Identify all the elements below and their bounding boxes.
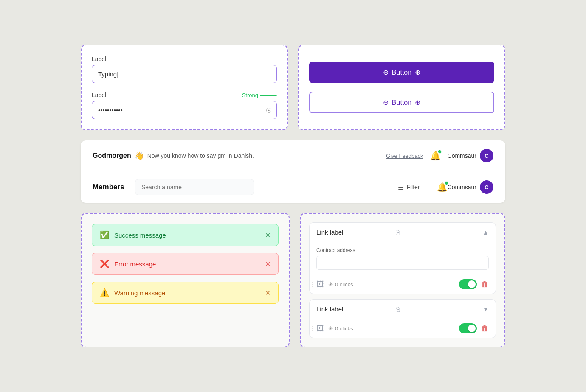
link-card-2-label: Link label [316, 305, 392, 313]
link-card-1: Link label ⎘ ▲ Contract address ⋮⋮ 🖼 ✳ 0… [309, 222, 496, 294]
password-wrapper: ☉ [92, 101, 277, 119]
header-right: Give Feedback 🔔 Commsaur C [386, 149, 493, 162]
toggle-1[interactable] [459, 279, 477, 289]
greeting-text: Now you know how to say gm in Danish. [147, 152, 254, 159]
input-section: Label Label Strong ☉ [81, 45, 288, 130]
alerts-section: ✅ Success message ✕ ❌ Error message ✕ ⚠️… [81, 213, 290, 347]
search-input[interactable] [135, 179, 254, 195]
warning-close-icon[interactable]: ✕ [265, 289, 270, 297]
link-card-1-body: Contract address [310, 242, 496, 275]
primary-button-label: Button [392, 69, 411, 76]
secondary-crosshair-right-icon: ⊕ [415, 98, 420, 106]
user-info[interactable]: Commsaur C [448, 149, 493, 162]
link-card-2-header: Link label ⎘ ▼ [310, 300, 496, 319]
contract-label: Contract address [316, 247, 489, 253]
cursor-icon-2: ✳ [328, 325, 333, 332]
copy-icon-2[interactable]: ⎘ [396, 305, 400, 313]
notification-bell[interactable]: 🔔 [430, 151, 441, 161]
user-name-2: Commsaur [448, 184, 476, 190]
warning-icon: ⚠️ [100, 288, 109, 297]
click-count-2: ✳ 0 clicks [328, 325, 353, 332]
toggle-2[interactable] [459, 323, 477, 333]
text-field-label: Label [92, 56, 277, 62]
crosshair-left-icon: ⊕ [383, 68, 389, 76]
success-text: Success message [114, 232, 260, 239]
password-field-group: Label Strong ☉ [92, 92, 277, 119]
delete-icon-1[interactable]: 🗑 [481, 280, 489, 289]
contract-input[interactable] [316, 256, 489, 270]
drag-handle-2[interactable]: ⋮⋮ [309, 325, 315, 331]
link-card-2: Link label ⎘ ▼ ⋮⋮ 🖼 ✳ 0 clicks 🗑 [309, 299, 496, 338]
greeting-emoji: 👋 [135, 151, 144, 160]
link-card-2-footer: ⋮⋮ 🖼 ✳ 0 clicks 🗑 [310, 319, 496, 338]
notification-dot-2 [445, 181, 448, 185]
link-section: Link label ⎘ ▲ Contract address ⋮⋮ 🖼 ✳ 0… [300, 213, 505, 347]
link-card-1-header: Link label ⎘ ▲ [310, 223, 496, 242]
notification-bell-2[interactable]: 🔔 [437, 182, 448, 192]
toggle-knob-1 [468, 280, 476, 288]
strength-label: Strong [242, 92, 258, 98]
chevron-up-icon-1[interactable]: ▲ [482, 229, 489, 236]
chevron-down-icon-2[interactable]: ▼ [482, 305, 489, 313]
text-input[interactable] [92, 65, 277, 83]
avatar: C [480, 149, 493, 162]
strength-indicator: Strong [242, 92, 277, 98]
members-bar: Members ☰ Filter 🔔 Commsaur C [81, 171, 505, 203]
password-field-label: Label [92, 92, 106, 98]
middle-section: Godmorgen 👋 Now you know how to say gm i… [81, 140, 505, 203]
error-close-icon[interactable]: ✕ [265, 260, 270, 268]
click-count-text-2: 0 clicks [335, 325, 353, 332]
cursor-icon-1: ✳ [328, 281, 333, 288]
header-bar: Godmorgen 👋 Now you know how to say gm i… [81, 140, 505, 171]
error-text: Error message [114, 260, 260, 268]
filter-label: Filter [406, 184, 420, 190]
notification-dot [438, 150, 442, 154]
image-icon-2: 🖼 [316, 324, 324, 333]
strength-bar [260, 95, 277, 96]
secondary-button-label: Button [392, 99, 411, 106]
button-section: ⊕ Button ⊕ ⊕ Button ⊕ [298, 45, 505, 130]
members-title: Members [93, 183, 135, 191]
primary-button[interactable]: ⊕ Button ⊕ [309, 62, 494, 83]
click-count-1: ✳ 0 clicks [328, 281, 353, 288]
password-input[interactable] [92, 101, 277, 119]
toggle-knob-2 [468, 325, 476, 332]
search-wrapper [135, 179, 254, 195]
secondary-crosshair-left-icon: ⊕ [383, 98, 389, 106]
filter-button[interactable]: ☰ Filter [398, 183, 420, 191]
user-info-2[interactable]: Commsaur C [448, 180, 493, 194]
text-field-group: Label [92, 56, 277, 83]
link-card-1-footer: ⋮⋮ 🖼 ✳ 0 clicks 🗑 [310, 275, 496, 294]
click-count-text-1: 0 clicks [335, 281, 353, 288]
toggle-password-icon[interactable]: ☉ [266, 106, 272, 114]
success-close-icon[interactable]: ✕ [265, 231, 270, 239]
crosshair-right-icon: ⊕ [415, 68, 420, 76]
warning-alert: ⚠️ Warning message ✕ [92, 282, 279, 304]
warning-text: Warning message [114, 289, 260, 297]
user-name: Commsaur [448, 152, 476, 159]
copy-icon-1[interactable]: ⎘ [396, 229, 400, 236]
drag-handle-1[interactable]: ⋮⋮ [309, 281, 315, 287]
greeting: Godmorgen 👋 Now you know how to say gm i… [93, 151, 386, 160]
error-icon: ❌ [100, 259, 109, 269]
secondary-button[interactable]: ⊕ Button ⊕ [309, 92, 494, 113]
success-alert: ✅ Success message ✕ [92, 224, 279, 246]
greeting-bold: Godmorgen [93, 152, 131, 160]
error-alert: ❌ Error message ✕ [92, 253, 279, 275]
feedback-link[interactable]: Give Feedback [386, 153, 423, 159]
delete-icon-2[interactable]: 🗑 [481, 324, 489, 333]
image-icon-1: 🖼 [316, 280, 324, 289]
success-icon: ✅ [100, 230, 109, 240]
avatar-2: C [480, 180, 493, 194]
link-card-1-label: Link label [316, 229, 392, 236]
filter-icon: ☰ [398, 183, 404, 191]
